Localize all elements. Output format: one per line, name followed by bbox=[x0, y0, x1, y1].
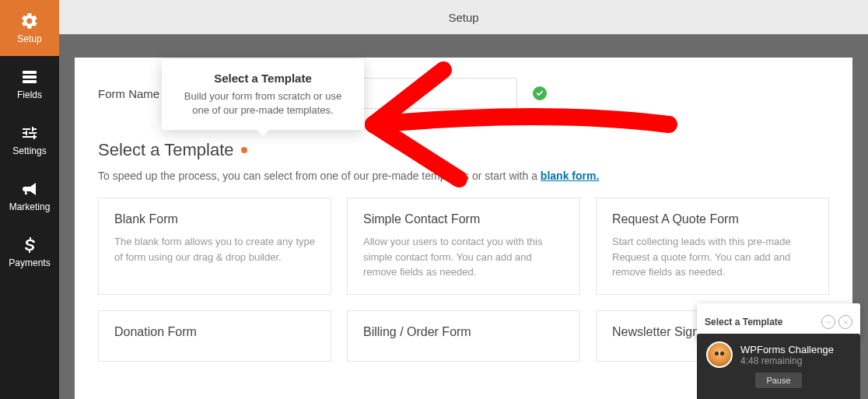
template-card-desc: The blank form allows you to create any … bbox=[114, 234, 315, 264]
template-card-blank[interactable]: Blank Form The blank form allows you to … bbox=[98, 198, 331, 295]
tooltip-title: Select a Template bbox=[176, 72, 350, 85]
sidebar-item-marketing[interactable]: Marketing bbox=[0, 168, 59, 224]
onboarding-tooltip: Select a Template Build your form from s… bbox=[162, 59, 364, 130]
template-card-title: Blank Form bbox=[114, 212, 315, 226]
bullhorn-icon bbox=[20, 180, 39, 198]
close-icon[interactable] bbox=[838, 315, 852, 329]
sidebar-item-setup[interactable]: Setup bbox=[0, 0, 59, 56]
check-icon bbox=[533, 86, 547, 100]
svg-rect-1 bbox=[23, 75, 37, 79]
template-card-title: Billing / Order Form bbox=[363, 325, 564, 339]
blank-form-link[interactable]: blank form. bbox=[541, 170, 599, 182]
template-card-billing[interactable]: Billing / Order Form bbox=[347, 310, 580, 362]
challenge-info: WPForms Challenge 4:48 remaining bbox=[706, 341, 851, 368]
template-card-title: Donation Form bbox=[114, 325, 315, 339]
template-card-request-quote[interactable]: Request A Quote Form Start collecting le… bbox=[596, 198, 829, 295]
challenge-step-title: Select a Template bbox=[705, 317, 783, 327]
builder-header: Setup bbox=[59, 0, 868, 34]
fields-icon bbox=[20, 68, 39, 86]
tooltip-desc: Build your form from scratch or use one … bbox=[176, 89, 350, 117]
template-card-donation[interactable]: Donation Form bbox=[98, 310, 331, 362]
collapse-icon[interactable] bbox=[821, 315, 835, 329]
sidebar-item-payments[interactable]: Payments bbox=[0, 224, 59, 280]
sidebar-item-label: Fields bbox=[17, 89, 42, 100]
challenge-time: 4:48 remaining bbox=[740, 355, 834, 366]
section-title-row: Select a Template bbox=[98, 140, 829, 160]
template-card-title: Simple Contact Form bbox=[363, 212, 564, 226]
gear-icon bbox=[20, 12, 39, 30]
challenge-bar-controls bbox=[821, 315, 852, 329]
challenge-panel: WPForms Challenge 4:48 remaining Pause bbox=[697, 334, 860, 399]
section-description: To speed up the process, you can select … bbox=[98, 170, 829, 182]
page-title: Setup bbox=[448, 11, 478, 24]
sidebar-item-fields[interactable]: Fields bbox=[0, 56, 59, 112]
section-title: Select a Template bbox=[98, 140, 233, 160]
mascot-avatar bbox=[706, 341, 733, 368]
sidebar-item-settings[interactable]: Settings bbox=[0, 112, 59, 168]
template-card-desc: Allow your users to contact you with thi… bbox=[363, 234, 564, 280]
template-card-desc: Start collecting leads with this pre-mad… bbox=[612, 234, 813, 280]
template-card-simple-contact[interactable]: Simple Contact Form Allow your users to … bbox=[347, 198, 580, 295]
svg-rect-2 bbox=[23, 80, 37, 83]
sidebar-item-label: Setup bbox=[17, 33, 41, 44]
sidebar-item-label: Payments bbox=[9, 257, 50, 268]
indicator-dot bbox=[241, 147, 247, 153]
sidebar-item-label: Settings bbox=[12, 145, 46, 156]
template-card-title: Request A Quote Form bbox=[612, 212, 813, 226]
dollar-icon bbox=[20, 236, 39, 254]
sliders-icon bbox=[20, 124, 39, 142]
builder-sidebar: Setup Fields Settings Marketing Payments bbox=[0, 0, 59, 399]
sidebar-item-label: Marketing bbox=[9, 201, 51, 212]
pause-button[interactable]: Pause bbox=[755, 373, 801, 388]
svg-rect-0 bbox=[23, 71, 37, 74]
form-name-label: Form Name bbox=[98, 87, 159, 100]
challenge-name: WPForms Challenge bbox=[740, 344, 834, 355]
